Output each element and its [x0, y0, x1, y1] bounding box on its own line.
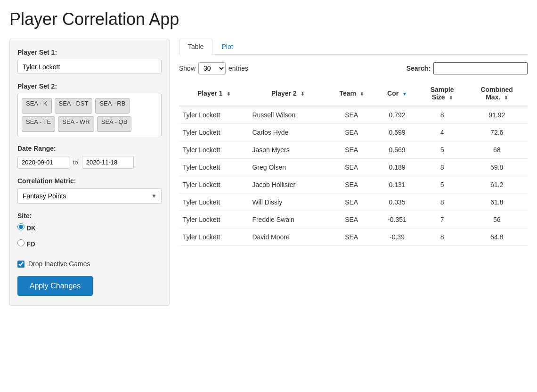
td-sample-size: 4 [418, 124, 466, 141]
td-player1: Tyler Lockett [179, 211, 248, 229]
td-player2: David Moore [248, 229, 327, 246]
sort-arrows-player1: ⬍ [227, 91, 230, 97]
td-sample-size: 8 [418, 159, 466, 176]
table-row: Tyler Lockett Carlos Hyde SEA 0.599 4 72… [179, 124, 528, 141]
table-header: Player 1 ⬍ Player 2 ⬍ Team ⬍ Cor ▼ Sampl [179, 81, 528, 106]
left-panel: Player Set 1: Player Set 2: SEA - KSEA -… [9, 39, 170, 306]
td-player1: Tyler Lockett [179, 124, 248, 141]
td-team: SEA [327, 124, 376, 141]
player-set-1-input[interactable] [17, 60, 162, 74]
search-label: Search: [407, 65, 431, 72]
td-combined-max: 91.92 [466, 106, 528, 124]
td-player1: Tyler Lockett [179, 176, 248, 194]
td-team: SEA [327, 229, 376, 246]
apply-changes-button[interactable]: Apply Changes [17, 276, 93, 296]
td-cor: 0.599 [376, 124, 418, 141]
td-team: SEA [327, 194, 376, 211]
search-input[interactable] [433, 62, 528, 74]
td-team: SEA [327, 159, 376, 176]
app-title: Player Correlation App [9, 9, 528, 29]
td-cor: 0.189 [376, 159, 418, 176]
player-set-2-tag[interactable]: SEA - DST [55, 98, 93, 114]
app-container: Player Correlation App Player Set 1: Pla… [0, 0, 537, 315]
td-cor: 0.035 [376, 194, 418, 211]
th-team[interactable]: Team ⬍ [327, 81, 376, 106]
site-dk-row[interactable]: DK [17, 223, 162, 232]
player-set-2-label: Player Set 2: [17, 82, 162, 90]
site-fd-label: FD [26, 240, 35, 248]
date-range-label: Date Range: [17, 145, 162, 152]
player-set-2-tag[interactable]: SEA - QB [97, 116, 132, 132]
td-player2: Jacob Hollister [248, 176, 327, 194]
td-player1: Tyler Lockett [179, 159, 248, 176]
td-combined-max: 72.6 [466, 124, 528, 141]
sort-arrows-sample: ⬍ [449, 95, 453, 100]
drop-inactive-row[interactable]: Drop Inactive Games [17, 260, 162, 268]
date-separator: to [73, 159, 78, 166]
correlation-metric-label: Correlation Metric: [17, 177, 162, 185]
sort-arrows-cor: ▼ [402, 91, 407, 97]
td-sample-size: 8 [418, 106, 466, 124]
td-combined-max: 59.8 [466, 159, 528, 176]
site-fd-row[interactable]: FD [17, 239, 162, 248]
drop-inactive-checkbox[interactable] [17, 261, 24, 268]
tab-plot[interactable]: Plot [212, 39, 242, 54]
site-dk-radio[interactable] [17, 223, 24, 230]
site-dk-label: DK [26, 224, 36, 232]
date-range-group: Date Range: to [17, 145, 162, 169]
td-cor: 0.569 [376, 141, 418, 159]
td-team: SEA [327, 141, 376, 159]
td-sample-size: 7 [418, 211, 466, 229]
table-row: Tyler Lockett Russell Wilson SEA 0.792 8… [179, 106, 528, 124]
table-header-row: Player 1 ⬍ Player 2 ⬍ Team ⬍ Cor ▼ Sampl [179, 81, 528, 106]
td-team: SEA [327, 106, 376, 124]
td-cor: -0.351 [376, 211, 418, 229]
td-combined-max: 56 [466, 211, 528, 229]
td-player1: Tyler Lockett [179, 194, 248, 211]
td-sample-size: 8 [418, 229, 466, 246]
player-set-1-group: Player Set 1: [17, 49, 162, 74]
th-player2[interactable]: Player 2 ⬍ [248, 81, 327, 106]
td-cor: 0.792 [376, 106, 418, 124]
player-set-2-group: Player Set 2: SEA - KSEA - DSTSEA - RBSE… [17, 82, 162, 136]
td-player1: Tyler Lockett [179, 229, 248, 246]
td-player2: Will Dissly [248, 194, 327, 211]
player-set-1-label: Player Set 1: [17, 49, 162, 56]
table-controls: Show 10 25 30 50 100 entries Search: [179, 62, 528, 74]
table-row: Tyler Lockett Greg Olsen SEA 0.189 8 59.… [179, 159, 528, 176]
td-combined-max: 61.8 [466, 194, 528, 211]
th-sample-size[interactable]: SampleSize ⬍ [418, 81, 466, 106]
td-combined-max: 61.2 [466, 176, 528, 194]
player-set-2-tag[interactable]: SEA - K [22, 98, 52, 114]
th-player1[interactable]: Player 1 ⬍ [179, 81, 248, 106]
main-content: Player Set 1: Player Set 2: SEA - KSEA -… [9, 39, 528, 306]
sort-arrows-combined: ⬍ [504, 95, 508, 100]
td-combined-max: 64.8 [466, 229, 528, 246]
td-sample-size: 8 [418, 194, 466, 211]
table-row: Tyler Lockett Jason Myers SEA 0.569 5 68 [179, 141, 528, 159]
table-row: Tyler Lockett Will Dissly SEA 0.035 8 61… [179, 194, 528, 211]
tab-table[interactable]: Table [179, 39, 212, 55]
th-cor[interactable]: Cor ▼ [376, 81, 418, 106]
td-player1: Tyler Lockett [179, 106, 248, 124]
player-set-2-tag[interactable]: SEA - RB [95, 98, 130, 114]
player-set-2-tag[interactable]: SEA - TE [22, 116, 55, 132]
sort-arrows-team: ⬍ [360, 91, 364, 97]
entries-label: entries [228, 65, 248, 72]
site-label: Site: [17, 212, 162, 220]
entries-select[interactable]: 10 25 30 50 100 [198, 62, 226, 74]
sort-arrows-player2: ⬍ [301, 91, 304, 97]
site-fd-radio[interactable] [17, 239, 24, 246]
date-from-input[interactable] [17, 156, 69, 169]
correlation-metric-select[interactable]: Fantasy PointsDK PointsFD Points [17, 188, 162, 204]
table-row: Tyler Lockett David Moore SEA -0.39 8 64… [179, 229, 528, 246]
player-set-2-tag[interactable]: SEA - WR [58, 116, 94, 132]
td-player2: Greg Olsen [248, 159, 327, 176]
tabs-container: Table Plot [179, 39, 528, 55]
data-table: Player 1 ⬍ Player 2 ⬍ Team ⬍ Cor ▼ Sampl [179, 81, 528, 246]
date-to-input[interactable] [82, 156, 134, 169]
td-team: SEA [327, 211, 376, 229]
th-combined-max[interactable]: CombinedMax. ⬍ [466, 81, 528, 106]
show-label: Show [179, 65, 195, 72]
table-body: Tyler Lockett Russell Wilson SEA 0.792 8… [179, 106, 528, 246]
